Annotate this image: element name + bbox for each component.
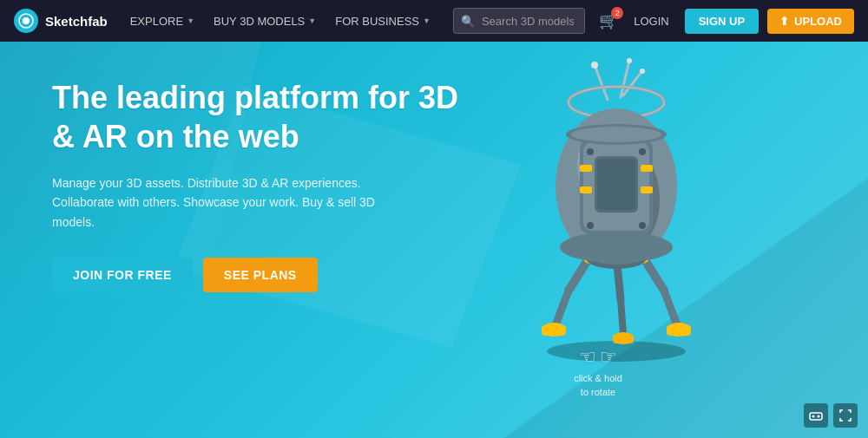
hero-content: The leading platform for 3D & AR on the … (52, 78, 469, 292)
rotate-hint: ☜ ☞ click & hold to rotate (574, 346, 622, 399)
explore-chevron-icon: ▼ (187, 16, 194, 25)
business-chevron-icon: ▼ (423, 16, 431, 25)
explore-label: EXPLORE (130, 15, 183, 28)
svg-line-27 (556, 291, 569, 325)
logo-area[interactable]: Sketchfab (14, 9, 108, 33)
svg-rect-33 (667, 325, 691, 336)
svg-rect-37 (613, 334, 634, 343)
ar-icon[interactable] (804, 403, 828, 428)
buy-label: BUY 3D MODELS (214, 15, 305, 28)
login-button[interactable]: LOGIN (627, 11, 675, 31)
fullscreen-icon[interactable] (833, 403, 858, 428)
hero-description: Manage your 3D assets. Distribute 3D & A… (52, 173, 382, 232)
svg-rect-19 (641, 186, 653, 193)
buy-models-nav[interactable]: BUY 3D MODELS ▼ (205, 11, 325, 31)
explore-nav[interactable]: EXPLORE ▼ (122, 11, 203, 31)
svg-line-31 (664, 291, 677, 325)
search-icon: 🔍 (461, 15, 475, 28)
rotate-text: click & hold to rotate (574, 372, 622, 399)
buy-chevron-icon: ▼ (308, 16, 316, 25)
svg-point-49 (812, 415, 815, 418)
svg-rect-15 (597, 159, 635, 210)
business-label: FOR BUSINESS (335, 15, 419, 28)
hero-buttons: JOIN FOR FREE SEE PLANS (52, 258, 469, 292)
svg-point-4 (591, 62, 598, 69)
svg-point-22 (587, 222, 594, 229)
brand-name: Sketchfab (45, 14, 108, 29)
see-plans-button[interactable]: SEE PLANS (203, 258, 318, 292)
cart-icon[interactable]: 🛒 2 (599, 11, 618, 30)
svg-rect-18 (580, 186, 592, 193)
nav-links: EXPLORE ▼ BUY 3D MODELS ▼ FOR BUSINESS ▼ (122, 11, 439, 31)
hand-right-icon: ☞ (600, 346, 617, 369)
svg-rect-48 (810, 413, 822, 420)
upload-label: UPLOAD (794, 15, 842, 28)
svg-point-6 (640, 69, 645, 74)
svg-point-5 (627, 58, 632, 63)
svg-point-25 (571, 127, 661, 142)
svg-rect-29 (542, 325, 566, 336)
svg-point-20 (587, 148, 594, 155)
upload-icon: ⬆ (779, 15, 789, 28)
svg-point-23 (639, 222, 646, 229)
svg-line-1 (595, 65, 608, 100)
svg-rect-17 (641, 165, 653, 172)
logo-icon (14, 9, 38, 33)
navbar: Sketchfab EXPLORE ▼ BUY 3D MODELS ▼ FOR … (0, 0, 868, 42)
svg-point-21 (639, 148, 646, 155)
upload-button[interactable]: ⬆ UPLOAD (767, 9, 854, 34)
search-bar: 🔍 (453, 8, 585, 34)
hero-title: The leading platform for 3D & AR on the … (52, 78, 469, 156)
signup-button[interactable]: SIGN UP (685, 9, 759, 34)
svg-point-45 (560, 232, 673, 263)
svg-point-47 (23, 17, 30, 24)
join-free-button[interactable]: JOIN FOR FREE (52, 258, 193, 292)
svg-line-35 (621, 299, 623, 334)
hand-left-icon: ☜ (579, 346, 596, 369)
cart-badge: 2 (611, 7, 623, 19)
hand-icons: ☜ ☞ (579, 346, 617, 369)
nav-right: 🛒 2 LOGIN SIGN UP ⬆ UPLOAD (599, 9, 854, 34)
business-nav[interactable]: FOR BUSINESS ▼ (326, 11, 439, 31)
svg-point-50 (818, 415, 820, 418)
svg-rect-16 (580, 165, 592, 172)
bottom-right-icons (804, 403, 858, 428)
